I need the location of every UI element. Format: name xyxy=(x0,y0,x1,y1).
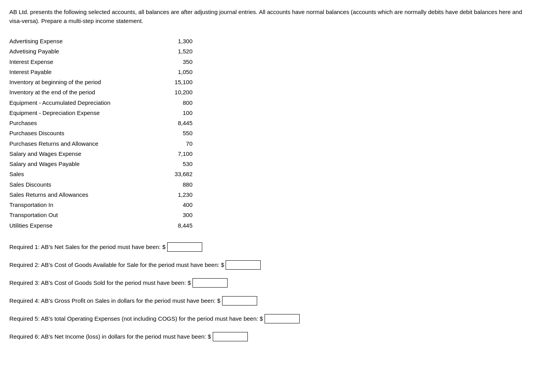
required-label-5: Required 5: AB’s total Operating Expense… xyxy=(9,314,263,323)
account-value: 350 xyxy=(157,57,196,67)
account-value: 550 xyxy=(157,128,196,138)
account-row: Purchases Discounts550 xyxy=(9,128,533,138)
account-row: Purchases8,445 xyxy=(9,118,533,128)
required-section-1: Required 1: AB’s Net Sales for the perio… xyxy=(9,242,533,252)
account-row: Equipment - Depreciation Expense100 xyxy=(9,108,533,118)
account-row: Purchases Returns and Allowance70 xyxy=(9,139,533,149)
account-row: Transportation In400 xyxy=(9,200,533,210)
account-row: Interest Payable1,050 xyxy=(9,67,533,77)
account-name: Transportation Out xyxy=(9,210,157,220)
account-name: Advetising Payable xyxy=(9,46,157,57)
required-label-4: Required 4: AB’s Gross Profit on Sales i… xyxy=(9,296,221,305)
account-name: Salary and Wages Payable xyxy=(9,159,157,169)
account-name: Utilities Expense xyxy=(9,221,157,231)
account-value: 400 xyxy=(157,200,196,210)
account-name: Sales Returns and Allowances xyxy=(9,190,157,200)
account-row: Interest Expense350 xyxy=(9,57,533,67)
account-name: Sales xyxy=(9,169,157,179)
account-value: 70 xyxy=(157,139,196,149)
account-value: 1,300 xyxy=(157,36,196,46)
account-value: 880 xyxy=(157,180,196,190)
account-value: 15,100 xyxy=(157,77,196,87)
accounts-table: Advertising Expense1,300Advetising Payab… xyxy=(9,36,533,231)
required-label-1: Required 1: AB’s Net Sales for the perio… xyxy=(9,242,166,252)
required-input-3[interactable] xyxy=(192,278,228,288)
account-name: Interest Expense xyxy=(9,57,157,67)
required-label-6: Required 6: AB’s Net Income (loss) in do… xyxy=(9,332,211,341)
intro-paragraph: AB Ltd. presents the following selected … xyxy=(9,8,533,25)
required-section-5: Required 5: AB’s total Operating Expense… xyxy=(9,314,533,323)
required-label-3: Required 3: AB’s Cost of Goods Sold for … xyxy=(9,278,191,288)
account-row: Salary and Wages Payable530 xyxy=(9,159,533,169)
account-name: Interest Payable xyxy=(9,67,157,77)
account-value: 8,445 xyxy=(157,221,196,231)
account-row: Salary and Wages Expense7,100 xyxy=(9,149,533,159)
required-input-4[interactable] xyxy=(222,296,257,305)
account-name: Advertising Expense xyxy=(9,36,157,46)
account-name: Inventory at beginning of the period xyxy=(9,77,157,87)
account-row: Sales Discounts880 xyxy=(9,180,533,190)
required-section-6: Required 6: AB’s Net Income (loss) in do… xyxy=(9,332,533,341)
account-name: Purchases Discounts xyxy=(9,128,157,138)
account-name: Equipment - Depreciation Expense xyxy=(9,108,157,118)
required-input-5[interactable] xyxy=(265,314,300,323)
account-value: 8,445 xyxy=(157,118,196,128)
account-value: 100 xyxy=(157,108,196,118)
account-row: Utilities Expense8,445 xyxy=(9,221,533,231)
required-input-2[interactable] xyxy=(226,260,261,270)
account-value: 7,100 xyxy=(157,149,196,159)
account-name: Transportation In xyxy=(9,200,157,210)
account-row: Inventory at beginning of the period15,1… xyxy=(9,77,533,87)
account-name: Equipment - Accumulated Depreciation xyxy=(9,98,157,108)
account-row: Sales33,682 xyxy=(9,169,533,179)
account-value: 10,200 xyxy=(157,87,196,97)
required-questions: Required 1: AB’s Net Sales for the perio… xyxy=(9,242,533,341)
account-value: 1,520 xyxy=(157,46,196,57)
account-row: Inventory at the end of the period10,200 xyxy=(9,87,533,97)
required-input-1[interactable] xyxy=(167,242,202,252)
account-value: 1,230 xyxy=(157,190,196,200)
required-input-6[interactable] xyxy=(213,332,248,341)
account-row: Advetising Payable1,520 xyxy=(9,46,533,57)
account-value: 530 xyxy=(157,159,196,169)
required-section-2: Required 2: AB’s Cost of Goods Available… xyxy=(9,260,533,270)
account-row: Equipment - Accumulated Depreciation800 xyxy=(9,98,533,108)
account-value: 1,050 xyxy=(157,67,196,77)
account-row: Sales Returns and Allowances1,230 xyxy=(9,190,533,200)
required-section-4: Required 4: AB’s Gross Profit on Sales i… xyxy=(9,296,533,305)
account-value: 300 xyxy=(157,210,196,220)
account-name: Sales Discounts xyxy=(9,180,157,190)
account-name: Inventory at the end of the period xyxy=(9,87,157,97)
account-name: Purchases Returns and Allowance xyxy=(9,139,157,149)
account-row: Transportation Out300 xyxy=(9,210,533,220)
account-name: Purchases xyxy=(9,118,157,128)
account-value: 33,682 xyxy=(157,169,196,179)
account-name: Salary and Wages Expense xyxy=(9,149,157,159)
account-row: Advertising Expense1,300 xyxy=(9,36,533,46)
required-section-3: Required 3: AB’s Cost of Goods Sold for … xyxy=(9,278,533,288)
account-value: 800 xyxy=(157,98,196,108)
required-label-2: Required 2: AB’s Cost of Goods Available… xyxy=(9,260,224,270)
